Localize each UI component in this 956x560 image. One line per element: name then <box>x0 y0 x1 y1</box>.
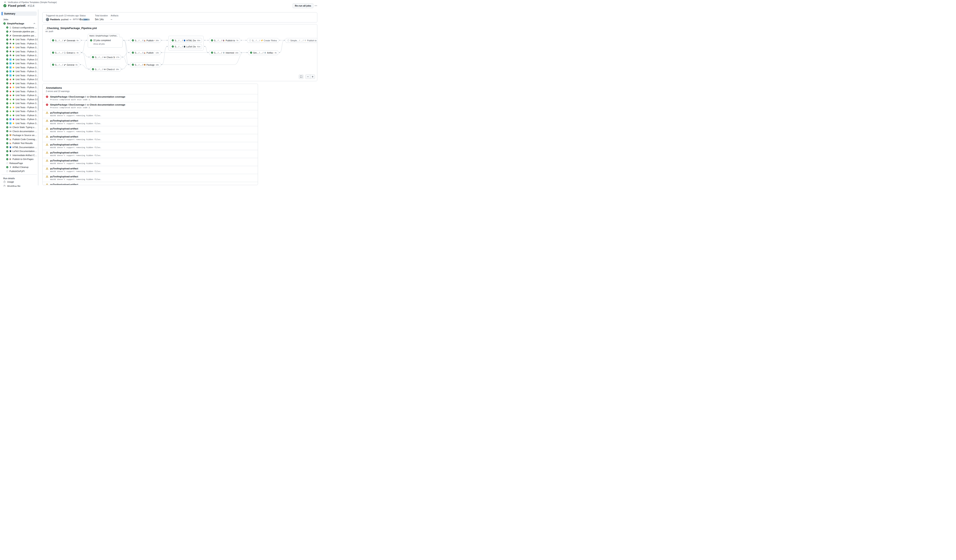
error-icon <box>46 96 48 98</box>
graph-node-latexDoc[interactable]: S... / ... /LaTeX Docume...51s <box>170 44 202 49</box>
sidebar-job[interactable]: HTML Documentation using ... <box>2 145 39 149</box>
graph-node-extract[interactable]: S... / ... /Extract configur...4s <box>50 50 80 55</box>
sidebar-job[interactable]: Unit Tests - Python 3.10 <box>2 82 39 85</box>
warning-icon <box>46 127 48 130</box>
breadcrumb[interactable]: Verification of Pipeline Templates (Simp… <box>4 1 57 3</box>
sidebar-job[interactable]: Unit Tests - Python 3.11 <box>2 66 39 69</box>
check-success-icon <box>6 142 8 144</box>
sidebar-job[interactable]: Check Static Typing using Pyt... <box>2 125 39 129</box>
sidebar-job[interactable]: Unit Tests - Python 3.12 <box>2 69 39 74</box>
sidebar-workflow-group[interactable]: SimplePackage <box>2 22 38 25</box>
node-prefix: S... / ... / <box>95 56 103 58</box>
sidebar-job[interactable]: Unit Tests - Python 3.11 <box>2 45 39 50</box>
graph-node-pubTest[interactable]: S... / ... /Publish Test Re...13s <box>130 50 160 55</box>
sidebar-job[interactable]: Generate pipeline parameters <box>2 33 39 38</box>
graph-node-pubGH[interactable]: S... / ... /Publish to GH-P...7s <box>209 38 240 43</box>
kebab-menu-button[interactable] <box>313 3 318 8</box>
matrix-group-box[interactable]: 22 jobs completed Show all jobs <box>88 37 123 48</box>
matrix-group-tab[interactable]: Matrix: SimplePackage / UnitTest... <box>88 34 120 37</box>
sidebar-job[interactable]: Unit Tests - Python 3.9 <box>2 58 39 61</box>
back-arrow-icon <box>4 1 6 3</box>
job-label: Unit Tests - Python 3.11 <box>16 46 39 49</box>
sidebar-item-workflow-file[interactable]: Workflow file <box>2 184 39 187</box>
sidebar-job[interactable]: Publish to GH-Pages <box>2 157 39 162</box>
scrollbar-thumb[interactable] <box>38 96 39 111</box>
triggered-label: Triggered via push 13 minutes ago <box>46 14 80 17</box>
sidebar-job[interactable]: Publish Code Coverage Results <box>2 137 39 141</box>
sidebar-job[interactable]: Unit Tests - Python 3.12 <box>2 89 39 94</box>
trash-icon <box>223 52 225 54</box>
sidebar-job[interactable]: Unit Tests - Python 3.13 <box>2 113 39 118</box>
rerun-all-jobs-button[interactable]: Re-run all jobs <box>292 3 313 8</box>
graph-node-artifactCleanup[interactable]: Sim... / ... /Artifact Cleanup4s <box>248 50 278 55</box>
trash-icon <box>9 166 11 168</box>
pencil-icon <box>9 30 11 33</box>
annotation-row: pyTooling/upload-artifactmacOS doesn't s… <box>42 158 258 166</box>
actor-name[interactable]: Paebbels <box>50 18 60 20</box>
artifacts-value: – <box>111 18 118 21</box>
sidebar-job[interactable]: Unit Tests - Python 3.10 <box>2 102 39 105</box>
sidebar-job[interactable]: Unit Tests - Python 3.10 <box>2 61 39 66</box>
warning-icon <box>46 119 48 122</box>
sidebar-job[interactable]: Check documentation covera... <box>2 129 39 133</box>
check-success-icon <box>6 126 8 129</box>
sidebar-item-usage[interactable]: Usage <box>2 180 39 184</box>
workflow-filename: _Checking_SimplePackage_Pipeline.yml <box>46 27 97 30</box>
graph-node-packageSrc[interactable]: S... / ... /Package in Sou...18s <box>130 63 160 67</box>
sidebar-job[interactable]: Unit Tests - Python 3.11 <box>2 105 39 110</box>
sidebar-job[interactable]: LaTeX Documentation using ... <box>2 149 39 154</box>
sidebar-job[interactable]: Unit Tests - Python 3.13 <box>2 94 39 97</box>
pencil-icon <box>9 35 11 37</box>
graph-node-createRelease[interactable]: S... / ... /Create 'Release Pa... <box>247 38 278 43</box>
sidebar-scrollbar[interactable] <box>38 9 39 185</box>
graph-node-checkDoc[interactable]: S... / ... /Check docume...18s <box>90 67 121 72</box>
sidebar-job[interactable]: Generate pipeline parameters <box>2 30 39 34</box>
zoom-out-button[interactable] <box>305 74 310 79</box>
sidebar-job[interactable]: Unit Tests - Python 3.9 <box>2 38 39 42</box>
sidebar-job[interactable]: ReleasePage <box>2 161 39 165</box>
sidebar-job[interactable]: Publish Test Results <box>2 141 39 146</box>
node-prefix: S... / ... / <box>135 39 143 42</box>
run-title-row: Fixed printf. #114 <box>3 4 35 8</box>
sidebar-job[interactable]: Unit Tests - Python 3.13 <box>2 53 39 58</box>
sidebar-job[interactable]: Unit Tests - Python 3.13 <box>2 74 39 77</box>
graph-node-pubCodeCov[interactable]: S... / ... /Publish Code C...20s <box>130 38 160 43</box>
node-duration: 7s <box>236 39 238 42</box>
sidebar-job[interactable]: Unit Tests - Python 3.11 <box>2 85 39 89</box>
fullscreen-button[interactable] <box>299 74 303 79</box>
sidebar-job[interactable]: Package in Source and Wheel... <box>2 133 39 138</box>
job-label: Unit Tests - Python 3.11 <box>16 106 39 108</box>
node-label: Publish Test Re... <box>146 52 154 54</box>
show-all-jobs-link[interactable]: Show all jobs <box>93 43 120 45</box>
workflow-graph-card: _Checking_SimplePackage_Pipeline.yml on:… <box>42 24 317 81</box>
chevron-up-icon[interactable] <box>33 22 36 25</box>
graph-node-intermediate[interactable]: S... / ... /Intermediate A...16s <box>209 50 240 55</box>
annotation-title: pyTooling/upload-artifact <box>50 135 78 138</box>
graph-node-pubPyPI[interactable]: Simple... / ... /Publish to PyPI <box>286 38 317 43</box>
annotation-title: pyTooling/upload-artifact <box>50 183 78 185</box>
graph-node-gen2[interactable]: S... / ... /Generate pipelin...0s <box>50 63 79 67</box>
annotation-message: macOS doesn't support removing hidden fi… <box>50 162 255 165</box>
sidebar-job[interactable]: Unit Tests - Python 3.12 <box>2 121 39 125</box>
breadcrumb-label: Verification of Pipeline Templates (Simp… <box>8 1 57 3</box>
warning-icon <box>46 151 48 154</box>
dot-green-icon <box>13 102 14 104</box>
avatar[interactable] <box>46 18 49 21</box>
sidebar-job[interactable]: Unit Tests - Python 3.9 <box>2 97 39 102</box>
warning-icon <box>46 111 48 114</box>
sidebar-job[interactable]: Unit Tests - Python 3.12 <box>2 50 39 53</box>
graph-node-gen1[interactable]: S... / ... /Generate pipelin...0s <box>50 38 80 43</box>
sidebar-job[interactable]: Extract configurations from p... <box>2 25 39 30</box>
sidebar-job[interactable]: Unit Tests - Python 3.9 <box>2 77 39 82</box>
sidebar-job[interactable]: Unit Tests - Python 3.12 <box>2 118 39 121</box>
graph-node-checkStatic[interactable]: S... / ... /Check Static Ty...17s <box>90 55 121 60</box>
warning-icon <box>46 135 48 138</box>
sidebar-job[interactable]: Unit Tests - Python 3.12 <box>2 110 39 113</box>
zoom-in-button[interactable] <box>310 74 315 79</box>
sidebar-job[interactable]: PublishOnPyPI <box>2 169 39 173</box>
graph-node-htmlDoc[interactable]: S... / ... /HTML Docume...55s <box>170 38 202 43</box>
sidebar-job[interactable]: Intermediate Artifact Cleanup <box>2 153 39 157</box>
sidebar-item-summary[interactable]: Summary <box>2 11 37 16</box>
sidebar-job[interactable]: Unit Tests - Python 3.10 <box>2 42 39 45</box>
sidebar-job[interactable]: Artifact Cleanup <box>2 165 39 169</box>
